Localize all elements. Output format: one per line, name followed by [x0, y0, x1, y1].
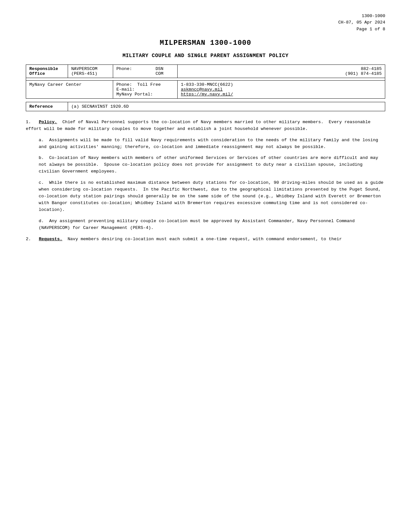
section2-title: Requests. [39, 237, 63, 241]
phone-label-cell: Phone: DSN COM [113, 64, 178, 78]
phone-numbers-cell: 882-4185 (901) 874-4185 [178, 64, 385, 78]
para-b-label: b. [39, 155, 44, 160]
mynavy-contact-labels: Phone: Toll Free E-mail: MyNavy Portal: [113, 80, 178, 98]
header-line3: Page 1 of 8 [357, 27, 385, 32]
section1-text: Chief of Naval Personnel supports the co… [26, 120, 370, 131]
mynavy-career-center-cell: MyNavy Career Center [26, 80, 113, 98]
reference-value: (a) SECNAVINST 1920.6D [68, 102, 385, 111]
para-b-text: Co-location of Navy members with members… [39, 155, 378, 174]
section2-paragraph: 2. Requests. Navy members desiring co-lo… [26, 236, 385, 243]
section1-paragraph: 1. Policy. Chief of Naval Personnel supp… [26, 119, 385, 133]
header-line1: 1300-1000 [362, 14, 385, 18]
para-a-text: Assignments will be made to fill valid N… [39, 138, 378, 149]
para-a-label: a. [39, 138, 44, 143]
section-title: Military Couple and Single Parent Assign… [26, 53, 385, 59]
section2-text: Navy members desiring co-location must e… [62, 237, 342, 241]
mynavy-contact-values: 1-833-330-MNCC(6622) askmncc@navy.mil ht… [178, 80, 385, 98]
para-c-label: c. [39, 180, 44, 185]
section2-num: 2. [26, 237, 31, 241]
para-d-label: d. [39, 219, 44, 223]
para-b: b. Co-location of Navy members with memb… [39, 155, 385, 175]
table-row-1: Responsible Office NAVPERSCOM (PERS-451)… [26, 64, 385, 78]
document-title: MILPERSMAN 1300-1000 [26, 39, 385, 47]
para-d-text: Any assignment preventing military coupl… [39, 219, 355, 230]
section1-num: 1. [26, 120, 31, 124]
reference-label: Reference [26, 102, 68, 111]
para-a: a. Assignments will be made to fill vali… [39, 137, 385, 151]
document-header: 1300-1000 CH-87, 05 Apr 2024 Page 1 of 8 [26, 13, 385, 33]
reference-row: Reference (a) SECNAVINST 1920.6D [26, 102, 385, 111]
info-table: Responsible Office NAVPERSCOM (PERS-451)… [26, 64, 385, 99]
para-c: c. While there is no established maximum… [39, 180, 385, 213]
responsible-office-label: Responsible Office [26, 64, 68, 78]
para-c-text: While there is no established maximum di… [39, 180, 383, 212]
header-line2: CH-87, 05 Apr 2024 [338, 20, 385, 25]
table-row-2: MyNavy Career Center Phone: Toll Free E-… [26, 80, 385, 98]
section1-title: Policy. [39, 120, 57, 124]
reference-table: Reference (a) SECNAVINST 1920.6D [26, 102, 385, 111]
section-title-text: Military Couple and Single Parent Assign… [122, 53, 289, 59]
para-d: d. Any assignment preventing military co… [39, 218, 385, 232]
navperscom-cell: NAVPERSCOM (PERS-451) [68, 64, 113, 78]
table-row-spacer [26, 78, 385, 80]
